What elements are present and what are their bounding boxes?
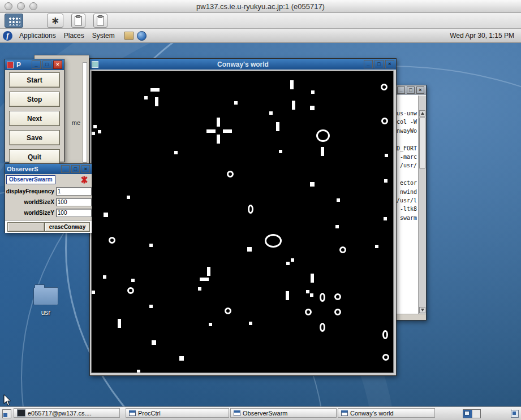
next-button[interactable]: Next — [9, 111, 60, 126]
maximize-button[interactable]: □ — [71, 165, 80, 173]
tray-applet-icon[interactable] — [511, 410, 519, 418]
life-cell — [384, 179, 387, 183]
fedora-logo-icon[interactable]: f — [3, 31, 12, 41]
terminal-scrollbar[interactable] — [418, 96, 426, 314]
life-cell — [286, 291, 289, 300]
life-ring — [127, 287, 134, 294]
quit-button[interactable]: Quit — [9, 149, 60, 164]
close-button[interactable]: × — [53, 60, 62, 69]
life-cell — [306, 290, 309, 293]
taskbar-item-procctrl[interactable]: ProcCtrl — [126, 408, 229, 418]
life-cell — [269, 111, 273, 115]
procctrl-body: Start Stop Next Save Quit — [5, 70, 64, 164]
panel-clock[interactable]: Wed Apr 30, 1:15 PM — [450, 32, 514, 40]
close-button[interactable]: × — [81, 165, 90, 173]
life-cell — [286, 262, 290, 265]
life-cell — [311, 90, 315, 94]
life-cell — [92, 291, 95, 294]
conways-world-titlebar[interactable]: Conway's world _ □ × — [90, 59, 396, 70]
life-ring — [382, 354, 389, 361]
life-cell — [149, 244, 153, 247]
terminal-icon — [17, 409, 25, 417]
clipboard-icon — [97, 16, 104, 25]
send-keys-button[interactable]: ∗ — [47, 14, 63, 28]
displayfrequency-input[interactable]: 1 — [56, 187, 92, 196]
conways-world-title: Conway's world — [90, 60, 396, 68]
blank-button[interactable] — [7, 222, 45, 232]
star-icon: ∗ — [51, 15, 59, 27]
eraseconway-button[interactable]: eraseConway — [45, 222, 90, 232]
maximize-button[interactable]: □ — [407, 86, 415, 94]
red-star-icon[interactable] — [80, 176, 88, 184]
life-cell — [290, 80, 294, 89]
close-button[interactable]: × — [416, 86, 424, 94]
grid-icon — [8, 16, 20, 25]
scrollbar-thumb[interactable] — [419, 118, 425, 168]
copy-clipboard-button[interactable] — [93, 14, 107, 28]
package-launcher-icon[interactable] — [124, 32, 134, 40]
background-window-panel — [83, 62, 87, 163]
fullscreen-grid-button[interactable] — [5, 14, 23, 28]
start-button[interactable]: Start — [9, 72, 60, 88]
minimize-button[interactable]: _ — [397, 86, 405, 94]
life-cell — [247, 247, 252, 252]
scroll-up-icon[interactable] — [419, 110, 425, 116]
procctrl-titlebar[interactable]: P _ □ × — [5, 59, 64, 70]
workspace-switcher[interactable] — [463, 409, 481, 418]
worldsizex-input[interactable]: 100 — [56, 198, 92, 206]
observerswarm-titlebar[interactable]: ObserverS _ □ × — [5, 164, 92, 174]
life-ring — [248, 205, 253, 214]
taskbar-item-observerswarm[interactable]: ObserverSwarm — [230, 408, 337, 418]
minimize-button[interactable]: _ — [61, 165, 70, 173]
life-cell — [103, 275, 106, 279]
browser-globe-icon[interactable] — [137, 31, 147, 41]
life-ring — [381, 84, 387, 90]
workspace-1[interactable] — [463, 410, 472, 418]
stop-button[interactable]: Stop — [9, 92, 60, 107]
life-cell — [217, 135, 220, 144]
menu-system[interactable]: System — [88, 32, 119, 40]
taskbar-item-label: Conway's world — [350, 410, 394, 417]
life-cell — [310, 182, 315, 187]
life-cell — [144, 96, 148, 99]
menu-applications[interactable]: Applications — [15, 32, 60, 40]
folder-icon — [33, 287, 58, 305]
life-cell — [249, 322, 252, 325]
window-icon — [129, 410, 136, 416]
life-ring — [382, 330, 388, 339]
worldsizey-input[interactable]: 100 — [56, 209, 92, 217]
life-cell — [310, 293, 313, 297]
life-ring — [334, 309, 341, 315]
life-cell — [155, 97, 158, 106]
window-list-applet-icon[interactable] — [2, 409, 11, 418]
life-cell — [234, 101, 238, 105]
life-cell — [223, 129, 232, 133]
life-cell — [92, 132, 95, 135]
paste-clipboard-button[interactable] — [71, 14, 85, 28]
mac-window-title: pw137.cs.ie.u-ryukyu.ac.jp:1 (e055717) — [0, 2, 521, 11]
menu-places[interactable]: Places — [60, 32, 88, 40]
scroll-down-icon[interactable] — [419, 307, 425, 313]
displayfrequency-label: displayFrequency — [5, 188, 56, 194]
life-ring — [339, 246, 346, 253]
life-cell — [279, 150, 282, 153]
vnc-toolbar: ∗ — [0, 13, 521, 29]
procctrl-window: P _ □ × Start Stop Next Save Quit — [5, 59, 64, 162]
observerswarm-name-button[interactable]: ObserverSwarm — [6, 175, 55, 184]
clipboard-icon — [75, 16, 82, 25]
desktop-icon-usr[interactable]: usr — [29, 287, 62, 317]
taskbar-item-terminal[interactable]: e055717@pw137.cs.... — [14, 408, 120, 418]
life-cell — [104, 213, 108, 217]
observerswarm-title: ObserverS — [7, 166, 38, 172]
maximize-button[interactable]: □ — [42, 60, 51, 69]
life-canvas[interactable] — [91, 71, 394, 373]
life-cell — [337, 198, 340, 202]
procctrl-title: P — [16, 61, 21, 69]
life-cell — [217, 118, 220, 127]
screen: pw137.cs.ie.u-ryukyu.ac.jp:1 (e055717) ∗… — [0, 0, 521, 420]
life-ring — [305, 309, 312, 315]
minimize-button[interactable]: _ — [32, 60, 41, 69]
save-button[interactable]: Save — [9, 130, 60, 145]
workspace-2[interactable] — [472, 410, 481, 418]
taskbar-item-conways-world[interactable]: Conway's world — [338, 408, 435, 418]
